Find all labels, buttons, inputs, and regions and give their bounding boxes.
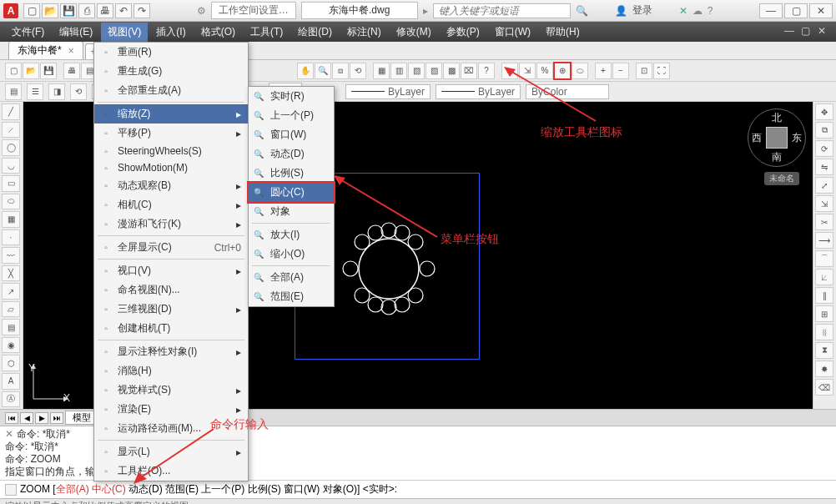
trim-icon[interactable]: ✂: [815, 214, 833, 230]
view-menu-item[interactable]: ▫运动路径动画(M)...: [94, 419, 248, 438]
view-menu-item[interactable]: ▫动态观察(B)▸: [94, 176, 248, 195]
rotate-icon[interactable]: ⟳: [815, 140, 833, 157]
offset-icon[interactable]: ‖: [815, 287, 833, 304]
break-icon[interactable]: ⧛: [815, 324, 833, 340]
mirror-icon[interactable]: ⇋: [815, 159, 833, 175]
view-menu-item[interactable]: ▫视觉样式(S)▸: [94, 381, 248, 400]
layout-next-icon[interactable]: ▶: [35, 412, 48, 424]
explode-icon[interactable]: ✸: [815, 360, 833, 377]
login-link[interactable]: 登录: [632, 3, 652, 18]
tb-print-icon[interactable]: 🖶: [63, 63, 80, 79]
view-menu-item[interactable]: ▫全部重生成(A): [94, 81, 248, 100]
view-menu-item[interactable]: ▫三维视图(D)▸: [94, 300, 248, 319]
pline-icon[interactable]: ⟋: [2, 122, 20, 139]
tb-calc-icon[interactable]: ⌧: [461, 63, 477, 79]
text-icon[interactable]: A: [2, 373, 20, 390]
zoom-submenu-item[interactable]: 🔍缩小(O): [249, 244, 334, 264]
tb-save-icon[interactable]: 💾: [40, 63, 57, 79]
gear-icon[interactable]: ⚙: [197, 5, 206, 17]
viewcube-e[interactable]: 东: [792, 131, 802, 145]
mdi-close-icon[interactable]: ✕: [818, 25, 831, 38]
menu-view[interactable]: 视图(V): [101, 23, 148, 42]
plotstyle-selector[interactable]: ByColor: [526, 84, 609, 99]
viewcube-w[interactable]: 西: [752, 131, 762, 145]
mdi-max-icon[interactable]: ▢: [801, 25, 814, 38]
view-menu-item[interactable]: ▫全屏显示(C)Ctrl+0: [94, 238, 248, 257]
qat-open-icon[interactable]: 📂: [42, 3, 58, 18]
line-icon[interactable]: ╱: [2, 103, 20, 120]
view-menu-item[interactable]: ▫重生成(G): [94, 62, 248, 81]
circle-icon[interactable]: ◯: [2, 139, 20, 156]
view-menu-item[interactable]: ▫平移(P)▸: [94, 123, 248, 143]
zoom-submenu-item[interactable]: 🔍窗口(W): [249, 125, 334, 144]
join-icon[interactable]: ⧗: [815, 342, 833, 359]
view-menu-item[interactable]: ▫工具栏(O)...: [94, 461, 248, 481]
zoom-submenu-item[interactable]: 🔍比例(S): [249, 164, 334, 183]
view-menu-item[interactable]: ▫消隐(H): [94, 361, 248, 381]
menu-insert[interactable]: 插入(I): [149, 23, 192, 42]
qat-print-icon[interactable]: 🖶: [97, 3, 113, 18]
tb-markup-icon[interactable]: ▩: [443, 63, 460, 79]
workspace-selector[interactable]: 工作空间设置…: [211, 2, 296, 19]
cloud-icon[interactable]: ☁: [692, 5, 703, 17]
zoom-submenu-item[interactable]: 🔍圆心(C): [249, 183, 334, 202]
view-menu-item[interactable]: ▫命名视图(N)...: [94, 280, 248, 300]
lineweight-selector[interactable]: ByLayer: [436, 84, 521, 99]
point-icon[interactable]: ·: [2, 229, 20, 246]
mdi-min-icon[interactable]: —: [784, 25, 798, 38]
table-icon[interactable]: ▤: [2, 319, 20, 335]
fillet-icon[interactable]: ⌒: [815, 250, 833, 267]
view-cube[interactable]: 北 南 东 西: [748, 108, 806, 167]
tb-zoom-dynamic-icon[interactable]: ⇲: [519, 63, 536, 79]
copy2-icon[interactable]: ⧉: [815, 122, 833, 139]
scale-icon[interactable]: ⤢: [815, 177, 833, 194]
exchange-icon[interactable]: ✕: [679, 5, 687, 17]
zoom-submenu-item[interactable]: 🔍上一个(P): [249, 106, 334, 125]
tb-zoom-extents-icon[interactable]: ⛶: [653, 63, 670, 79]
tb-pan-icon[interactable]: ✋: [297, 63, 314, 79]
zoom-submenu-item[interactable]: 🔍范围(E): [249, 287, 334, 306]
extend-icon[interactable]: ⟶: [815, 232, 833, 249]
maximize-button[interactable]: ▢: [784, 3, 808, 18]
menu-param[interactable]: 参数(P): [440, 23, 486, 42]
zoom-submenu-item[interactable]: 🔍动态(D): [249, 144, 334, 164]
stretch-icon[interactable]: ⇲: [815, 195, 833, 212]
user-icon[interactable]: 👤: [615, 5, 627, 17]
tb-zoom-window-icon[interactable]: ⧈: [501, 63, 518, 79]
qat-redo-icon[interactable]: ↷: [133, 3, 150, 18]
layer-props-icon[interactable]: ▤: [5, 83, 22, 100]
view-menu-item[interactable]: ▫显示注释性对象(I)▸: [94, 342, 248, 361]
tb-zoomwin-icon[interactable]: ⧈: [332, 63, 349, 79]
menu-tools[interactable]: 工具(T): [244, 23, 290, 42]
ellipse-icon[interactable]: ⬭: [2, 194, 20, 210]
view-menu-item[interactable]: ▫显示(L)▸: [94, 442, 248, 461]
spline-icon[interactable]: 〰: [2, 247, 20, 264]
view-menu-item[interactable]: ▫ShowMotion(M): [94, 159, 248, 176]
tb-zoomprev-icon[interactable]: ⟲: [350, 63, 366, 79]
viewcube-label[interactable]: 未命名: [764, 172, 799, 185]
zoom-submenu-item[interactable]: 🔍实时(R): [249, 87, 334, 106]
zoom-submenu-item[interactable]: 🔍全部(A): [249, 268, 334, 287]
viewcube-n[interactable]: 北: [772, 111, 782, 125]
search-input[interactable]: [433, 3, 571, 18]
view-menu-item[interactable]: ▫相机(C)▸: [94, 195, 248, 214]
tb-open-icon[interactable]: 📂: [23, 63, 39, 79]
layout-last-icon[interactable]: ⏭: [50, 412, 63, 424]
erase-icon[interactable]: ⌫: [815, 379, 833, 396]
tb-zoom-scale-icon[interactable]: %: [536, 63, 553, 79]
layer-prev-icon[interactable]: ⟲: [70, 83, 87, 100]
menu-help[interactable]: 帮助(H): [539, 23, 587, 42]
tb-zoom-all-icon[interactable]: ⊡: [636, 63, 652, 79]
zoom-submenu-item[interactable]: 🔍放大(I): [249, 225, 334, 244]
view-menu-item[interactable]: ▫重画(R): [94, 43, 248, 62]
mtext-icon[interactable]: Ⓐ: [2, 391, 20, 408]
qat-save-icon[interactable]: 💾: [60, 3, 77, 18]
tb-zoom-object-icon[interactable]: ⬭: [572, 63, 588, 79]
close-button[interactable]: ✕: [809, 3, 833, 18]
menu-format[interactable]: 格式(O): [194, 23, 242, 42]
menu-draw[interactable]: 绘图(D): [291, 23, 339, 42]
ray-icon[interactable]: ↗: [2, 283, 20, 300]
donut-icon[interactable]: ◉: [2, 337, 20, 354]
layer-iso-icon[interactable]: ◨: [48, 83, 65, 100]
cmd-close-icon[interactable]: ✕: [5, 428, 13, 441]
